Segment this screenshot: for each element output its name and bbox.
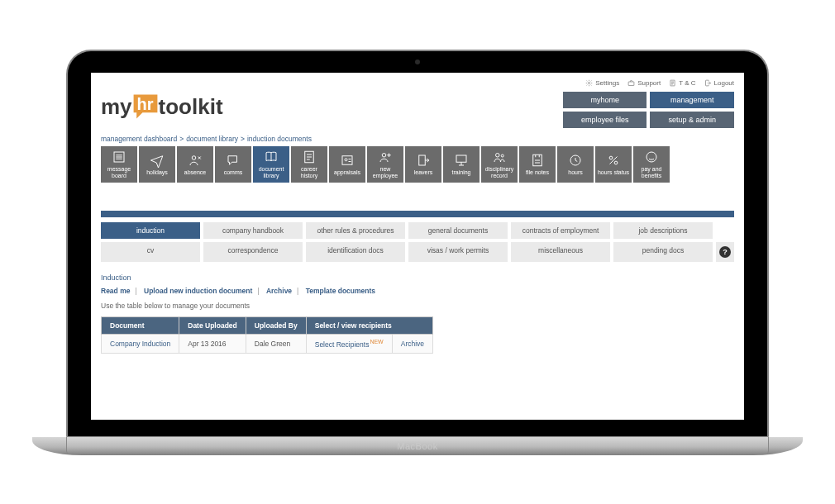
logout-link[interactable]: Logout [704, 79, 734, 87]
col-document: Document [102, 317, 179, 335]
book-icon [264, 150, 279, 164]
plane-icon [150, 153, 165, 168]
help-button[interactable]: ? [716, 242, 734, 262]
module-disciplinary[interactable]: disciplinary record [481, 146, 518, 183]
nav-management[interactable]: management [650, 92, 734, 108]
tab-general-documents[interactable]: general documents [408, 222, 508, 239]
hint-text: Use the table below to manage your docum… [101, 302, 734, 310]
gear-icon [585, 79, 593, 87]
svg-rect-10 [456, 155, 466, 162]
logout-icon [704, 79, 712, 87]
settings-link[interactable]: Settings [585, 79, 619, 87]
logo: my hr toolkit [101, 92, 223, 121]
module-message-board[interactable]: message board [101, 146, 137, 183]
tab-identification[interactable]: identification docs [306, 242, 405, 262]
nav-setup-admin[interactable]: setup & admin [650, 112, 734, 128]
tab-company-handbook[interactable]: company handbook [203, 222, 303, 239]
table-row: Company Induction Apr 13 2016 Dale Green… [102, 335, 433, 354]
svg-point-15 [609, 156, 613, 159]
module-hours-status[interactable]: hours status [595, 146, 632, 183]
link-templates[interactable]: Template documents [306, 287, 375, 295]
module-document-library[interactable]: document library [253, 146, 289, 183]
exit-door-icon [416, 153, 431, 168]
module-hours[interactable]: hours [557, 146, 594, 183]
col-recipients: Select / view recipients [306, 317, 432, 335]
support-label: Support [637, 79, 661, 87]
module-leavers[interactable]: leavers [405, 146, 441, 183]
question-icon: ? [719, 246, 731, 258]
people-icon [492, 150, 507, 164]
module-absence[interactable]: absence [177, 146, 213, 183]
laptop-frame: Settings Support T & C Logout my [66, 50, 769, 454]
laptop-base: MacBook [66, 436, 769, 454]
svg-point-4 [192, 156, 196, 160]
presentation-icon [454, 153, 469, 168]
module-career-history[interactable]: career history [291, 146, 327, 183]
module-appraisals[interactable]: appraisals [329, 146, 365, 183]
smile-icon [644, 150, 659, 164]
module-nav: message board holidays absence comms doc… [101, 146, 734, 183]
tab-induction[interactable]: induction [101, 222, 200, 239]
tandc-link[interactable]: T & C [669, 79, 695, 87]
module-comms[interactable]: comms [215, 146, 251, 183]
select-recipients-link[interactable]: Select RecipientsNEW [315, 340, 384, 349]
breadcrumb-leaf[interactable]: induction documents [247, 135, 312, 143]
tab-contracts[interactable]: contracts of employment [511, 222, 610, 239]
module-file-notes[interactable]: file notes [519, 146, 556, 183]
col-by: Uploaded By [246, 317, 306, 335]
tab-job-descriptions[interactable]: job descriptions [613, 222, 713, 239]
utility-bar: Settings Support T & C Logout [101, 78, 734, 92]
link-readme[interactable]: Read me [101, 287, 130, 295]
accent-bar [101, 211, 734, 217]
table-header-row: Document Date Uploaded Uploaded By Selec… [102, 317, 433, 335]
primary-nav: myhome management employee files setup &… [563, 92, 734, 128]
percent-icon [606, 153, 621, 168]
chat-icon [226, 153, 241, 168]
svg-point-8 [382, 154, 386, 158]
module-pay-benefits[interactable]: pay and benefits [633, 146, 670, 183]
header: my hr toolkit myhome management employee… [101, 92, 734, 128]
doc-date: Apr 13 2016 [179, 335, 246, 354]
archive-link[interactable]: Archive [401, 340, 424, 348]
list-icon [112, 150, 126, 164]
svg-rect-1 [628, 82, 634, 86]
app-viewport: Settings Support T & C Logout my [91, 73, 744, 420]
module-training[interactable]: training [443, 146, 480, 183]
module-new-employee[interactable]: new employee [367, 146, 403, 183]
clock-icon [568, 153, 583, 168]
tab-pending[interactable]: pending docs [613, 242, 713, 262]
document-icon [669, 79, 676, 87]
person-card-icon [340, 153, 355, 168]
breadcrumb-mid[interactable]: document library [186, 135, 238, 143]
svg-point-0 [589, 82, 590, 83]
svg-point-7 [345, 159, 347, 161]
logout-label: Logout [714, 79, 734, 87]
svg-point-12 [501, 155, 503, 157]
documents-table: Document Date Uploaded Uploaded By Selec… [101, 316, 433, 354]
document-category-tabs: induction company handbook other rules &… [101, 222, 734, 262]
support-link[interactable]: Support [627, 79, 661, 87]
module-holidays[interactable]: holidays [139, 146, 175, 183]
device-label: MacBook [397, 441, 437, 451]
tab-correspondence[interactable]: correspondence [203, 242, 303, 262]
link-archive[interactable]: Archive [266, 287, 292, 295]
doc-link[interactable]: Company Induction [110, 340, 170, 348]
breadcrumb: management dashboard>document library>in… [101, 135, 734, 143]
doc-uploader: Dale Green [246, 335, 306, 354]
nav-employee-files[interactable]: employee files [563, 112, 647, 128]
notes-icon [530, 153, 545, 168]
camera-dot [415, 59, 420, 64]
tab-other-rules[interactable]: other rules & procedures [306, 222, 405, 239]
person-cross-icon [188, 153, 203, 168]
tab-cv[interactable]: cv [101, 242, 200, 262]
section-title: Induction [101, 273, 734, 282]
briefcase-icon [627, 79, 635, 87]
screen-bezel: Settings Support T & C Logout my [66, 50, 769, 436]
breadcrumb-root[interactable]: management dashboard [101, 135, 177, 143]
svg-point-11 [496, 154, 500, 158]
svg-point-17 [647, 152, 656, 162]
tab-misc[interactable]: miscellaneous [511, 242, 610, 262]
nav-myhome[interactable]: myhome [563, 92, 647, 108]
tab-visas[interactable]: visas / work permits [408, 242, 508, 262]
link-upload[interactable]: Upload new induction document [144, 287, 252, 295]
